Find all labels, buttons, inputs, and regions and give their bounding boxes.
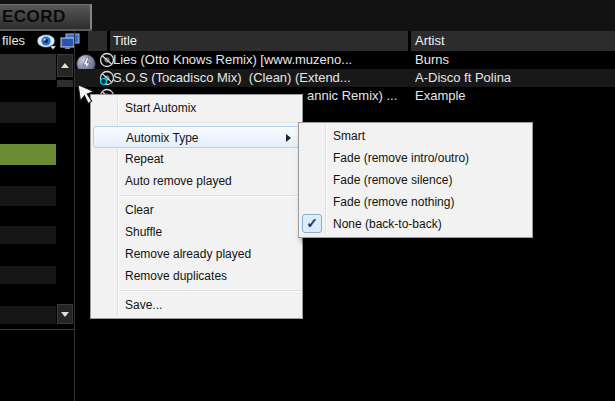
header-cell-icon[interactable] xyxy=(88,31,107,51)
track-title: S.O.S (Tocadisco Mix) (Clean) (Extend... xyxy=(113,69,405,87)
track-artist: Burns xyxy=(415,51,615,69)
sidebar-list-item[interactable] xyxy=(0,266,56,284)
sidebar-list-item[interactable] xyxy=(0,54,56,80)
menu-item-clear[interactable]: Clear xyxy=(91,199,302,221)
menu-separator xyxy=(120,195,302,197)
scrollbar-thumb[interactable] xyxy=(57,80,73,87)
submenu-item-none-back-to-back[interactable]: ✓ None (back-to-back) xyxy=(299,213,532,235)
submenu-item-smart[interactable]: Smart xyxy=(299,125,532,147)
menu-item-label: Automix Type xyxy=(126,131,198,145)
menu-item-remove-already-played[interactable]: Remove already played xyxy=(91,243,302,265)
track-title: Lies (Otto Knows Remix) [www.muzeno... xyxy=(113,51,405,69)
sidebar-list-item[interactable] xyxy=(0,226,56,244)
menu-item-save[interactable]: Save... xyxy=(91,294,302,316)
scroll-down-arrow-icon xyxy=(61,312,69,317)
sidebar-list-item[interactable] xyxy=(0,102,56,123)
menu-item-repeat[interactable]: Repeat xyxy=(91,148,302,170)
menu-item-remove-duplicates[interactable]: Remove duplicates xyxy=(91,265,302,287)
menu-item-auto-remove-played[interactable]: Auto remove played xyxy=(91,170,302,192)
header-cell-title[interactable]: Title xyxy=(110,31,408,51)
automix-type-submenu: Smart Fade (remove intro/outro) Fade (re… xyxy=(298,122,533,238)
submenu-item-fade-intro-outro[interactable]: Fade (remove intro/outro) xyxy=(299,147,532,169)
top-bar: ECORD xyxy=(0,0,615,31)
scroll-down-button[interactable] xyxy=(57,304,73,324)
tab-record[interactable]: ECORD xyxy=(0,4,92,29)
track-title: annic Remix) ... xyxy=(307,87,405,105)
track-row[interactable]: S.O.S (Tocadisco Mix) (Clean) (Extend...… xyxy=(75,69,615,87)
submenu-item-fade-nothing[interactable]: Fade (remove nothing) xyxy=(299,191,532,213)
sidebar-list-item[interactable] xyxy=(0,306,56,324)
eye-icon[interactable] xyxy=(36,33,58,50)
scroll-up-arrow-icon xyxy=(61,63,69,68)
menu-separator xyxy=(120,122,302,124)
menu-item-shuffle[interactable]: Shuffle xyxy=(91,221,302,243)
submenu-arrow-icon xyxy=(286,134,291,142)
track-row[interactable]: Lies (Otto Knows Remix) [www.muzeno... B… xyxy=(75,51,615,69)
mouse-cursor-icon xyxy=(78,82,100,106)
sidebar-list-item[interactable] xyxy=(0,186,56,206)
checkmark-icon: ✓ xyxy=(302,214,322,233)
automix-context-menu: Start Automix Automix Type Repeat Auto r… xyxy=(90,94,303,319)
sidebar-list-item-active[interactable] xyxy=(0,144,56,165)
track-artist: Example xyxy=(415,87,615,105)
files-label: files xyxy=(2,33,25,48)
submenu-item-fade-silence[interactable]: Fade (remove silence) xyxy=(299,169,532,191)
menu-item-automix-type[interactable]: Automix Type xyxy=(93,126,300,148)
menu-separator xyxy=(120,290,302,292)
menu-item-start-automix[interactable]: Start Automix xyxy=(91,97,302,119)
dual-monitors-icon[interactable] xyxy=(60,33,80,50)
sidebar-toolbar: files xyxy=(0,31,74,52)
track-artist: A-Disco ft Polina xyxy=(415,69,615,87)
sidebar-divider xyxy=(0,329,74,330)
header-cell-artist[interactable]: Artist xyxy=(411,31,615,51)
virtualdj-playlist-panel: ECORD files Title Artist xyxy=(0,0,615,401)
scroll-up-button[interactable] xyxy=(57,54,73,77)
submenu-item-label: None (back-to-back) xyxy=(333,217,442,231)
